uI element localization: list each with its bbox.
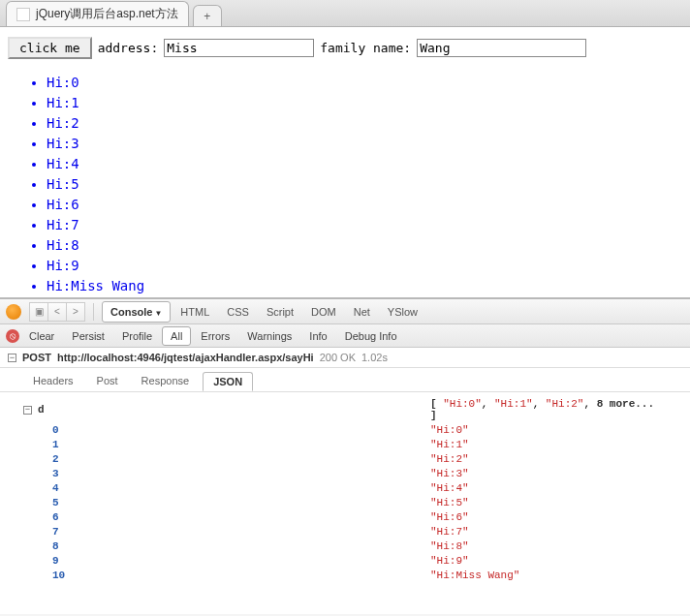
list-item: Hi:1 bbox=[47, 93, 682, 113]
json-index: 7 bbox=[23, 526, 59, 538]
devtools-main-tabs: Console▼HTMLCSSScriptDOMNetYSlow bbox=[102, 301, 425, 323]
json-entry: 5"Hi:5" bbox=[23, 497, 667, 508]
devtools-tab-css[interactable]: CSS bbox=[219, 302, 257, 322]
address-label: address: bbox=[98, 41, 159, 55]
chevron-down-icon: ▼ bbox=[154, 309, 162, 318]
json-value: "Hi:3" bbox=[430, 468, 469, 479]
request-line[interactable]: − POST http://localhost:4946/jqtest/ajax… bbox=[0, 348, 690, 368]
new-tab-button[interactable]: + bbox=[193, 5, 222, 26]
json-index: 10 bbox=[23, 570, 65, 581]
json-index: 3 bbox=[23, 468, 59, 479]
list-item: Hi:6 bbox=[47, 195, 682, 215]
subtab-headers[interactable]: Headers bbox=[23, 372, 83, 391]
filter-warnings[interactable]: Warnings bbox=[239, 327, 299, 345]
json-value: "Hi:5" bbox=[430, 497, 469, 508]
subtab-json[interactable]: JSON bbox=[203, 372, 253, 391]
json-index: 5 bbox=[23, 497, 59, 508]
json-panel: −d[ "Hi:0", "Hi:1", "Hi:2", 8 more... ]0… bbox=[0, 391, 690, 614]
json-root-key: d bbox=[38, 404, 45, 416]
json-entry: 7"Hi:7" bbox=[23, 526, 667, 538]
inspect-button[interactable]: ▣ bbox=[29, 302, 48, 322]
json-value: "Hi:8" bbox=[430, 540, 469, 552]
request-method: POST bbox=[22, 352, 51, 363]
filter-profile[interactable]: Profile bbox=[114, 327, 160, 345]
json-entry: 4"Hi:4" bbox=[23, 482, 667, 494]
result-list: Hi:0Hi:1Hi:2Hi:3Hi:4Hi:5Hi:6Hi:7Hi:8Hi:9… bbox=[47, 73, 682, 296]
filter-errors[interactable]: Errors bbox=[193, 327, 237, 345]
devtools-tab-html[interactable]: HTML bbox=[172, 302, 217, 322]
json-index: 4 bbox=[23, 482, 59, 494]
nav-back-button[interactable]: < bbox=[47, 302, 67, 322]
devtools-tab-dom[interactable]: DOM bbox=[303, 302, 344, 322]
list-item: Hi:0 bbox=[47, 73, 682, 93]
json-value: "Hi:0" bbox=[430, 424, 469, 436]
devtools-tab-net[interactable]: Net bbox=[346, 302, 378, 322]
filter-tabs: ClearPersistProfileAllErrorsWarningsInfo… bbox=[21, 326, 405, 346]
json-index: 8 bbox=[23, 540, 59, 552]
json-index: 1 bbox=[23, 439, 59, 450]
json-index: 6 bbox=[23, 511, 59, 523]
list-item: Hi:3 bbox=[47, 134, 682, 154]
json-index: 9 bbox=[23, 555, 59, 567]
browser-tab-bar: jQuery调用后台asp.net方法 + bbox=[0, 0, 690, 27]
click-me-button[interactable]: click me bbox=[8, 37, 92, 59]
json-entry: 10"Hi:Miss Wang" bbox=[23, 570, 667, 581]
list-item: Hi:5 bbox=[47, 174, 682, 195]
filter-clear[interactable]: Clear bbox=[21, 327, 62, 345]
request-status: 200 OK bbox=[320, 352, 356, 363]
nav-forward-button[interactable]: > bbox=[66, 302, 85, 322]
devtools-tab-console[interactable]: Console▼ bbox=[102, 301, 171, 323]
subtab-response[interactable]: Response bbox=[132, 372, 200, 391]
json-entry: 9"Hi:9" bbox=[23, 555, 667, 567]
list-item: Hi:7 bbox=[47, 215, 682, 235]
json-value: "Hi:7" bbox=[430, 526, 469, 538]
page-content: click me address: family name: Hi:0Hi:1H… bbox=[0, 27, 690, 306]
filter-persist[interactable]: Persist bbox=[64, 327, 112, 345]
stop-icon[interactable]: ⦸ bbox=[6, 329, 19, 343]
firebug-icon[interactable] bbox=[6, 304, 21, 320]
devtools-sub-toolbar: ⦸ ClearPersistProfileAllErrorsWarningsIn… bbox=[0, 324, 690, 348]
subtab-post[interactable]: Post bbox=[87, 372, 128, 391]
request-time: 1.02s bbox=[361, 352, 388, 363]
devtools-tab-script[interactable]: Script bbox=[259, 302, 301, 322]
family-name-label: family name: bbox=[320, 41, 411, 55]
json-value: "Hi:Miss Wang" bbox=[430, 570, 519, 581]
tab-title: jQuery调用后台asp.net方法 bbox=[36, 6, 178, 22]
json-value: "Hi:9" bbox=[430, 555, 469, 567]
json-value: "Hi:6" bbox=[430, 511, 469, 523]
json-entry: 0"Hi:0" bbox=[23, 424, 667, 436]
nav-group: ▣ < > bbox=[29, 302, 85, 322]
json-index: 2 bbox=[23, 453, 59, 465]
separator bbox=[93, 303, 94, 321]
address-input[interactable] bbox=[164, 39, 314, 57]
list-item: Hi:2 bbox=[47, 113, 682, 134]
filter-debug-info[interactable]: Debug Info bbox=[337, 327, 405, 345]
list-item: Hi:Miss Wang bbox=[47, 276, 682, 296]
list-item: Hi:8 bbox=[47, 235, 682, 256]
page-icon bbox=[16, 8, 30, 21]
browser-tab[interactable]: jQuery调用后台asp.net方法 bbox=[6, 1, 189, 26]
form-row: click me address: family name: bbox=[8, 37, 682, 59]
json-entry: 8"Hi:8" bbox=[23, 540, 667, 552]
filter-all[interactable]: All bbox=[162, 326, 191, 346]
devtools-panel: ▣ < > Console▼HTMLCSSScriptDOMNetYSlow ⦸… bbox=[0, 297, 690, 616]
response-sub-tabs: HeadersPostResponseJSON bbox=[0, 368, 690, 391]
json-entry: 6"Hi:6" bbox=[23, 511, 667, 523]
json-value: "Hi:4" bbox=[430, 482, 469, 494]
list-item: Hi:4 bbox=[47, 154, 682, 174]
json-entry: 2"Hi:2" bbox=[23, 453, 667, 465]
json-entry: 1"Hi:1" bbox=[23, 439, 667, 450]
collapse-icon[interactable]: − bbox=[8, 354, 16, 362]
request-url: http://localhost:4946/jqtest/ajaxHandler… bbox=[57, 352, 314, 363]
devtools-tab-yslow[interactable]: YSlow bbox=[380, 302, 425, 322]
devtools-main-toolbar: ▣ < > Console▼HTMLCSSScriptDOMNetYSlow bbox=[0, 299, 690, 324]
json-summary: [ "Hi:0", "Hi:1", "Hi:2", 8 more... ] bbox=[430, 398, 667, 421]
family-name-input[interactable] bbox=[417, 39, 586, 57]
json-entry: 3"Hi:3" bbox=[23, 468, 667, 479]
json-index: 0 bbox=[23, 424, 59, 436]
collapse-icon[interactable]: − bbox=[23, 406, 32, 415]
json-value: "Hi:2" bbox=[430, 453, 469, 465]
filter-info[interactable]: Info bbox=[301, 327, 334, 345]
json-value: "Hi:1" bbox=[430, 439, 469, 450]
list-item: Hi:9 bbox=[47, 256, 682, 276]
